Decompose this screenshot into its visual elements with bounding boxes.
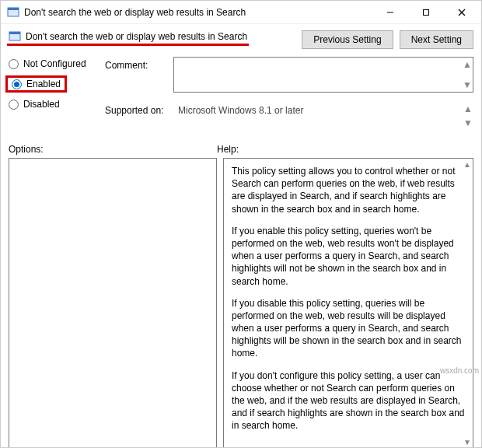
supported-on-text: Microsoft Windows 8.1 or later ▲▼ [173, 102, 473, 130]
watermark: wsxdn.com [440, 366, 479, 375]
maximize-button[interactable] [408, 1, 444, 24]
radio-icon-selected [12, 79, 22, 89]
scroll-down-icon: ▼ [463, 117, 473, 128]
window-controls [372, 1, 480, 24]
radio-disabled[interactable]: Disabled [9, 99, 94, 110]
highlight-underline [7, 44, 249, 46]
next-setting-button[interactable]: Next Setting [400, 30, 473, 49]
policy-title: Don't search the web or display web resu… [26, 31, 247, 42]
close-button[interactable] [444, 1, 480, 24]
policy-app-icon [7, 6, 19, 19]
radio-label: Disabled [23, 99, 60, 110]
scroll-down-icon: ▼ [463, 438, 471, 446]
scroll-down-icon: ▼ [463, 79, 472, 90]
svg-rect-3 [424, 9, 429, 15]
scroll-up-icon: ▲ [463, 103, 473, 114]
options-pane[interactable] [9, 158, 217, 448]
radio-label: Not Configured [23, 58, 86, 69]
radio-not-configured[interactable]: Not Configured [9, 58, 94, 69]
radio-icon [9, 100, 19, 110]
help-text: This policy setting allows you to contro… [232, 165, 465, 432]
help-pane[interactable]: ▲ This policy setting allows you to cont… [223, 158, 473, 448]
minimize-button[interactable] [372, 1, 408, 24]
comment-label: Comment: [105, 57, 167, 93]
radio-enabled[interactable]: Enabled [12, 79, 61, 89]
help-label: Help: [217, 144, 239, 155]
policy-icon [9, 30, 21, 43]
svg-rect-1 [8, 8, 19, 10]
radio-label: Enabled [26, 79, 61, 89]
radio-icon [9, 59, 19, 69]
scroll-up-icon: ▲ [463, 160, 471, 169]
scroll-up-icon: ▲ [463, 59, 472, 70]
svg-rect-7 [9, 32, 20, 34]
window-title: Don't search the web or display web resu… [24, 7, 372, 18]
policy-title-area: Don't search the web or display web resu… [9, 30, 247, 46]
titlebar: Don't search the web or display web resu… [1, 1, 481, 24]
comment-textarea[interactable]: ▲▼ [173, 57, 473, 93]
supported-label: Supported on: [105, 102, 167, 130]
options-label: Options: [9, 144, 217, 155]
previous-setting-button[interactable]: Previous Setting [302, 30, 393, 49]
